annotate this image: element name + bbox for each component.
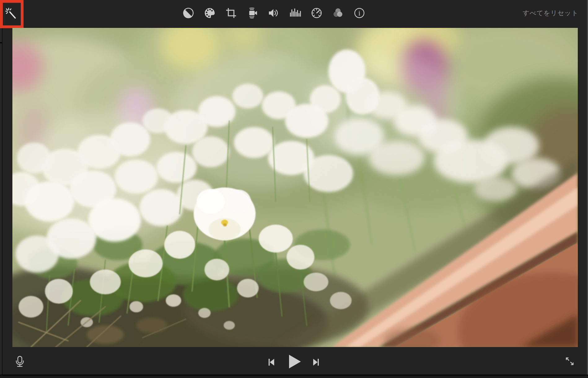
video-editor-window: i すべてをリセット: [0, 0, 588, 378]
play-button[interactable]: [287, 354, 302, 369]
color-correction-button[interactable]: [203, 7, 216, 20]
microphone-icon: [13, 355, 27, 369]
left-edge-tick: [0, 42, 2, 43]
half-circle-contrast-icon: [182, 7, 195, 19]
play-icon: [287, 354, 302, 369]
reset-all-button[interactable]: すべてをリセット: [521, 8, 580, 18]
left-edge-strip: [0, 28, 2, 378]
crop-button[interactable]: [225, 7, 238, 20]
video-scene: [12, 28, 578, 347]
auto-enhance-button[interactable]: [5, 7, 19, 21]
color-balance-button[interactable]: [182, 7, 195, 20]
fullscreen-button[interactable]: [564, 355, 576, 367]
video-camera-shake-icon: [246, 7, 259, 19]
skip-to-start-button[interactable]: [266, 357, 277, 368]
adjust-toolbar: i: [182, 7, 366, 20]
equalizer-bars-icon: [289, 7, 301, 19]
speedometer-icon: [310, 7, 323, 19]
speed-button[interactable]: [310, 7, 323, 20]
skip-forward-icon: [310, 357, 322, 368]
scene-shapes: [12, 28, 578, 347]
palette-icon: [204, 7, 216, 19]
noise-equalizer-button[interactable]: [289, 7, 302, 20]
filters-button[interactable]: [331, 7, 344, 20]
svg-text:i: i: [358, 9, 360, 17]
bottom-window-edge: [0, 375, 588, 378]
skip-to-end-button[interactable]: [310, 357, 322, 368]
info-icon: i: [353, 7, 366, 19]
fullscreen-expand-icon: [564, 355, 576, 367]
stabilization-button[interactable]: [246, 7, 259, 20]
crop-icon: [225, 7, 237, 19]
speaker-icon: [268, 7, 280, 19]
highlight-box: [0, 0, 24, 28]
skip-back-icon: [266, 357, 277, 368]
overlapping-circles-icon: [332, 7, 344, 19]
video-preview[interactable]: [12, 28, 578, 347]
volume-button[interactable]: [267, 7, 280, 20]
voiceover-record-button[interactable]: [13, 355, 27, 369]
magic-wand-icon: [5, 7, 19, 21]
info-button[interactable]: i: [353, 7, 366, 20]
